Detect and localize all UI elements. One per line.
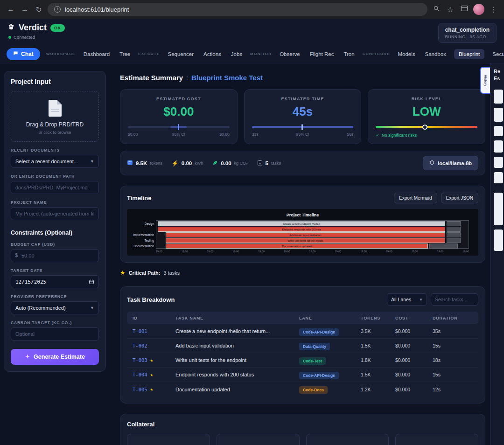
job-name: chat_completion xyxy=(445,27,490,33)
table-row[interactable]: T-001 Create a new endpoint /hello that … xyxy=(127,324,478,339)
menu-kebab-icon[interactable]: ⋮ xyxy=(488,5,498,14)
lane-badge: Code-API-Design xyxy=(299,372,339,379)
cost-slider-thumb[interactable] xyxy=(178,124,179,130)
model-selector[interactable]: local/llama-8b xyxy=(423,156,478,170)
history-item[interactable] xyxy=(494,126,503,136)
time-slider-thumb[interactable] xyxy=(301,124,303,130)
collateral-card[interactable] xyxy=(306,434,389,445)
nav-item-sandbox[interactable]: Sandbox xyxy=(423,49,448,59)
nav-item-tron[interactable]: Tron xyxy=(342,49,356,59)
table-row[interactable]: T-004★ Endpoint responds with 200 status… xyxy=(127,368,478,382)
main-nav: Chat WORKSPACE Dashboard Tree EXECUTE Se… xyxy=(0,45,504,63)
table-header: IDTASK NAMELANETOKENSCOSTDURATION xyxy=(127,312,478,324)
table-row[interactable]: T-005★ Documentation updated Code-Docs 1… xyxy=(127,382,478,396)
cost-value: $0.00 xyxy=(128,104,230,119)
chart-title: Project Timeline xyxy=(132,213,474,217)
calendar-icon[interactable] xyxy=(89,279,94,285)
chevron-down-icon: ▼ xyxy=(90,306,94,310)
forward-icon[interactable]: → xyxy=(20,5,30,14)
history-tab[interactable]: History xyxy=(480,67,490,94)
lane-badge: Code-Docs xyxy=(299,386,328,394)
dropzone-subtext: or click to browse xyxy=(16,130,94,135)
nav-item-flight-rec[interactable]: Flight Rec xyxy=(308,49,336,59)
tasks-metric: 5 tasks xyxy=(257,159,281,167)
project-name-link[interactable]: Blueprint Smoke Test xyxy=(191,74,263,82)
chat-button[interactable]: Chat xyxy=(7,48,40,60)
back-icon[interactable]: ← xyxy=(6,5,16,14)
gantt-bar[interactable]: Create a new endpoint /hello t xyxy=(158,221,445,226)
timeline-title: Timeline xyxy=(127,195,152,202)
cost-ci-slider[interactable] xyxy=(128,126,230,128)
history-item[interactable] xyxy=(494,157,503,168)
currency-prefix: $ xyxy=(15,252,18,258)
file-dropzone[interactable]: Drag & Drop PRD/TRD or click to browse xyxy=(11,91,99,142)
critical-star-icon: ★ xyxy=(150,357,154,363)
nav-item-jobs[interactable]: Jobs xyxy=(229,49,244,59)
nav-item-sequencer[interactable]: Sequencer xyxy=(166,49,196,59)
site-info-icon[interactable]: i xyxy=(54,6,61,13)
address-bar[interactable]: i localhost:6101/blueprint xyxy=(48,3,427,16)
url-text: localhost:6101/blueprint xyxy=(65,6,129,13)
provider-preference-select[interactable]: Auto (Recommended)▼ xyxy=(11,301,99,314)
refresh-icon[interactable]: ↻ xyxy=(34,5,44,14)
time-ci-slider[interactable] xyxy=(252,126,354,128)
job-status: RUNNING · 0S AGO xyxy=(445,35,490,39)
carbon-target-input[interactable] xyxy=(11,327,99,341)
gantt-bar[interactable]: Write unit tests for the endpo xyxy=(166,238,445,243)
nav-item-actions[interactable]: Actions xyxy=(202,49,223,59)
carbon-metric: 0.00 kg CO₂ xyxy=(212,159,247,167)
export-mermaid-button[interactable]: Export Mermaid xyxy=(394,193,437,203)
time-axis: 19:0019:0019:0019:0019:0019:0019:0019:00… xyxy=(156,250,469,253)
history-item[interactable] xyxy=(494,229,503,251)
generate-estimate-button[interactable]: Generate Estimate xyxy=(11,349,99,365)
risk-slider-thumb[interactable] xyxy=(422,125,427,130)
target-date-label: TARGET DATE xyxy=(11,268,99,273)
collateral-card[interactable] xyxy=(217,434,300,445)
project-name-input[interactable] xyxy=(11,207,99,220)
risk-slider[interactable] xyxy=(376,126,477,128)
table-row[interactable]: T-002 Add basic input validation Data-Qu… xyxy=(127,339,478,353)
history-item[interactable] xyxy=(494,140,503,153)
gantt-bar[interactable]: Add basic input validation xyxy=(166,232,445,237)
history-item[interactable] xyxy=(494,172,503,183)
recent-estimates-drawer: Re Es xyxy=(490,63,504,445)
nav-item-dashboard[interactable]: Dashboard xyxy=(82,49,112,59)
browser-window-icon[interactable] xyxy=(459,5,469,14)
table-row[interactable]: T-003★ Write unit tests for the endpoint… xyxy=(127,353,478,368)
gantt-bar[interactable]: Documentation updated xyxy=(166,243,428,249)
document-path-label: OR ENTER DOCUMENT PATH xyxy=(11,174,99,179)
nav-item-security[interactable]: Security xyxy=(490,49,504,59)
nav-item-observe[interactable]: Observe xyxy=(278,49,301,59)
nav-item-blueprint[interactable]: Blueprint xyxy=(454,49,484,59)
clipboard-icon xyxy=(257,159,263,167)
document-path-input[interactable] xyxy=(11,181,99,194)
history-item[interactable] xyxy=(494,108,503,122)
task-search-input[interactable] xyxy=(431,293,478,306)
bookmark-star-icon[interactable]: ☆ xyxy=(445,5,455,14)
check-icon: ✓ xyxy=(376,133,379,138)
history-item[interactable] xyxy=(494,193,503,225)
history-item[interactable] xyxy=(494,90,503,104)
running-job-card[interactable]: chat_completion RUNNING · 0S AGO xyxy=(438,23,497,43)
chip-icon xyxy=(429,160,434,166)
verdict-logo-icon xyxy=(7,23,15,33)
collateral-card[interactable] xyxy=(395,434,478,445)
target-date-input[interactable]: 12/15/2025 xyxy=(11,275,99,288)
panel-title: Project Input xyxy=(11,78,99,85)
export-json-button[interactable]: Export JSON xyxy=(441,193,478,203)
lane-filter-select[interactable]: All Lanes▼ xyxy=(387,293,427,306)
profile-avatar[interactable] xyxy=(473,4,484,15)
recent-documents-select[interactable]: Select a recent document...▼ xyxy=(11,155,99,168)
app-shell: Verdict OK Connected chat_completion RUN… xyxy=(0,19,504,445)
zoom-icon[interactable] xyxy=(431,5,441,14)
nav-item-models[interactable]: Models xyxy=(396,49,417,59)
status-badge: OK xyxy=(50,24,65,32)
drawer-title: Re Es xyxy=(494,68,504,82)
nav-item-tree[interactable]: Tree xyxy=(118,49,132,59)
content-area: Project Input Drag & Drop PRD/TRD or cli… xyxy=(0,63,504,445)
critical-path-note: ★ Critical Path: 3 tasks xyxy=(120,269,485,276)
lane-label: Implementation xyxy=(132,232,154,237)
gantt-bar[interactable]: Endpoint responds with 200 sta xyxy=(158,227,445,232)
budget-cap-input[interactable] xyxy=(11,249,99,262)
collateral-card[interactable] xyxy=(127,434,210,445)
